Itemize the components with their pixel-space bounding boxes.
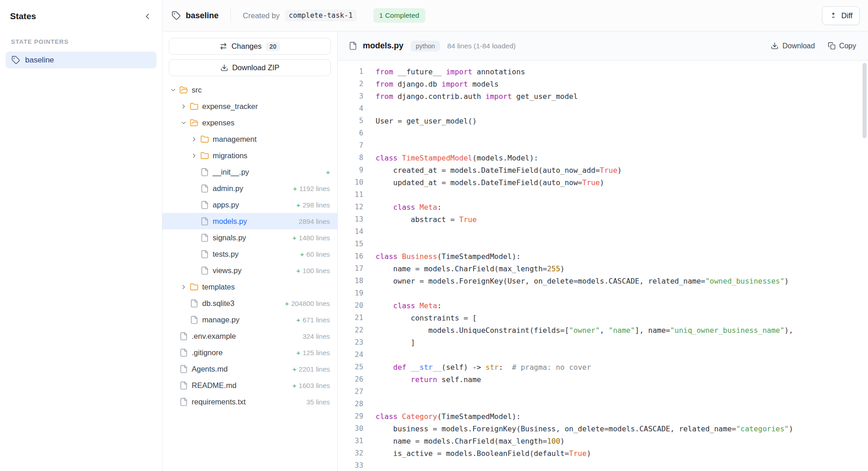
file-tree: srcexpense_trackerexpensesmanagementmigr… <box>162 82 337 410</box>
tree-item-label: Agents.md <box>192 365 228 373</box>
line-number: 1 <box>338 66 363 78</box>
line-content: models.UniqueConstraint(fields=["owner",… <box>363 324 793 336</box>
line-content: name = models.CharField(max_length=100) <box>363 435 565 447</box>
download-file-button[interactable]: Download <box>771 42 815 50</box>
line-number: 27 <box>338 386 363 398</box>
tree-folder-expense_tracker[interactable]: expense_tracker <box>162 98 337 114</box>
line-number: 33 <box>338 460 363 471</box>
line-number: 11 <box>338 189 363 201</box>
line-content <box>363 226 376 238</box>
tree-item-label: views.py <box>213 266 241 275</box>
tree-item-label: expense_tracker <box>202 102 258 111</box>
line-number: 20 <box>338 300 363 312</box>
tree-item-label: apps.py <box>213 201 239 209</box>
chevron-right-icon <box>180 103 190 110</box>
tree-file-.env.example[interactable]: .env.example324 lines <box>162 328 337 344</box>
line-content: is_active = models.BooleanField(default=… <box>363 447 591 460</box>
code-line: 16class Business(TimeStampedModel): <box>338 250 868 263</box>
file-icon <box>190 316 199 324</box>
copy-icon <box>828 42 836 50</box>
file-icon <box>200 266 209 275</box>
changes-button[interactable]: Changes 20 <box>169 38 331 55</box>
line-count: +2201 lines <box>293 365 330 373</box>
tree-file-signals.py[interactable]: signals.py+1480 lines <box>162 229 337 246</box>
line-number: 9 <box>338 164 363 176</box>
tree-file-__init__.py[interactable]: __init__.py+ <box>162 164 337 180</box>
line-number: 5 <box>338 115 363 127</box>
diff-button[interactable]: Diff <box>822 6 860 25</box>
code-line: 9 created_at = models.DateTimeField(auto… <box>338 164 868 176</box>
tree-folder-templates[interactable]: templates <box>162 279 337 295</box>
tree-file-README.md[interactable]: README.md+1603 lines <box>162 377 337 393</box>
added-indicator: + <box>296 349 300 357</box>
line-count: +60 lines <box>300 250 330 258</box>
download-zip-button[interactable]: Download ZIP <box>169 59 331 76</box>
code-line: 15 <box>338 238 868 250</box>
tree-folder-src[interactable]: src <box>162 82 337 98</box>
line-content <box>363 127 376 140</box>
state-item-baseline[interactable]: baseline <box>5 52 157 68</box>
tree-file-Agents.md[interactable]: Agents.md+2201 lines <box>162 361 337 377</box>
file-icon <box>179 398 188 406</box>
code-line: 12 class Meta: <box>338 201 868 213</box>
line-content: owner = models.ForeignKey(User, on_delet… <box>363 275 789 287</box>
line-content: ] <box>363 336 415 349</box>
tree-file-apps.py[interactable]: apps.py+298 lines <box>162 197 337 213</box>
tree-item-label: src <box>192 86 202 94</box>
line-count: +1603 lines <box>293 382 330 389</box>
line-count: +1192 lines <box>293 185 330 192</box>
code-line: 18 owner = models.ForeignKey(User, on_de… <box>338 275 868 287</box>
code-line: 10 updated_at = models.DateTimeField(aut… <box>338 176 868 189</box>
line-content: User = get_user_model() <box>363 115 477 127</box>
tag-icon <box>172 11 181 20</box>
tree-file-views.py[interactable]: views.py+100 lines <box>162 262 337 279</box>
tree-folder-management[interactable]: management <box>162 131 337 147</box>
code-line: 17 name = models.CharField(max_length=25… <box>338 263 868 275</box>
completed-badge: 1 Completed <box>373 8 425 23</box>
tree-file-models.py[interactable]: models.py2894 lines <box>162 213 337 229</box>
added-indicator: + <box>296 267 300 274</box>
tree-file-.gitignore[interactable]: .gitignore+125 lines <box>162 344 337 361</box>
changes-button-label: Changes <box>231 42 261 51</box>
code-line: 30 business = models.ForeignKey(Business… <box>338 423 868 435</box>
scrollbar-thumb[interactable] <box>863 63 867 138</box>
line-content: from __future__ import annotations <box>363 66 525 78</box>
code-line: 14 <box>338 226 868 238</box>
file-icon <box>200 184 209 193</box>
tree-item-label: admin.py <box>213 184 243 193</box>
code-line: 6 <box>338 127 868 140</box>
code-line: 7 <box>338 140 868 152</box>
file-icon <box>190 299 199 308</box>
file-icon <box>200 250 209 259</box>
line-number: 18 <box>338 275 363 287</box>
line-content <box>363 398 376 410</box>
code-line: 3from django.contrib.auth import get_use… <box>338 90 868 103</box>
tree-file-admin.py[interactable]: admin.py+1192 lines <box>162 180 337 197</box>
collapse-sidebar-button[interactable] <box>140 9 155 24</box>
code-viewer: models.py python 84 lines (1-84 loaded) … <box>338 31 868 471</box>
code-line: 20 class Meta: <box>338 300 868 312</box>
states-panel-title: States <box>10 11 36 21</box>
tag-icon <box>11 56 20 64</box>
file-icon <box>200 168 209 176</box>
tree-file-requirements.txt[interactable]: requirements.txt35 lines <box>162 393 337 410</box>
file-icon <box>179 365 188 373</box>
download-zip-label: Download ZIP <box>232 63 280 72</box>
tree-item-label: README.md <box>192 381 236 390</box>
tree-file-tests.py[interactable]: tests.py+60 lines <box>162 246 337 262</box>
line-content <box>363 238 376 250</box>
code-line: 28 <box>338 398 868 410</box>
copy-file-button[interactable]: Copy <box>828 42 856 50</box>
code-line: 1from __future__ import annotations <box>338 66 868 78</box>
tree-folder-migrations[interactable]: migrations <box>162 147 337 164</box>
arrows-swap-icon <box>220 42 227 50</box>
tree-file-manage.py[interactable]: manage.py+671 lines <box>162 311 337 328</box>
line-number: 25 <box>338 361 363 373</box>
tree-file-db.sqlite3[interactable]: db.sqlite3+204800 lines <box>162 295 337 311</box>
line-content <box>363 140 376 152</box>
line-content: updated_at = models.DateTimeField(auto_n… <box>363 176 604 189</box>
code-line: 2from django.db import models <box>338 78 868 90</box>
code-content: 1from __future__ import annotations2from… <box>338 61 868 471</box>
app-root: States STATE POINTERS baseline baseline … <box>0 0 868 471</box>
tree-folder-expenses[interactable]: expenses <box>162 114 337 131</box>
